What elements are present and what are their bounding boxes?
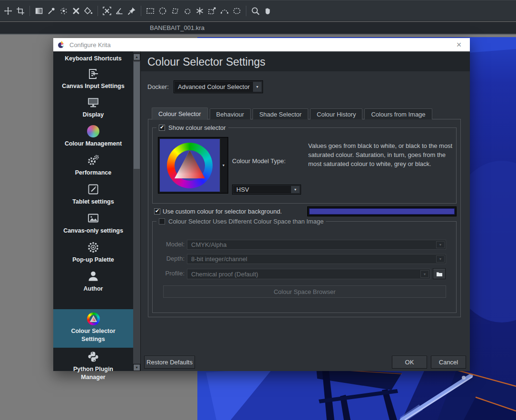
profile-browse-button[interactable] — [433, 268, 446, 279]
scrollbar-thumb[interactable] — [134, 62, 140, 169]
tablet-pen-icon — [87, 182, 100, 196]
show-colour-selector-legend: Show colour selector — [156, 124, 228, 131]
move-tool-button[interactable] — [2, 5, 14, 17]
magic-wand-icon — [195, 6, 204, 16]
sidebar-item-canvas-input-settings[interactable]: Canvas Input Settings — [53, 67, 133, 90]
colour-sampler-tool-button[interactable] — [45, 5, 58, 17]
crossed-brushes-icon — [71, 6, 81, 16]
model-select[interactable]: CMYK/Alpha ▼ — [187, 240, 446, 250]
page-header: Colour Selector Settings — [141, 52, 470, 71]
profile-select[interactable]: Chemical proof (Default) ▼ — [187, 269, 430, 279]
tab-behaviour[interactable]: Behaviour — [210, 108, 251, 119]
sidebar-item-colour-selector-settings[interactable]: Colour Selector Settings — [53, 309, 133, 348]
toolbar-separator — [97, 6, 98, 16]
sidebar-item-canvas-only-settings[interactable]: Canvas-only settings — [53, 211, 133, 235]
restore-defaults-button[interactable]: Restore Defaults — [144, 356, 195, 369]
magnetic-selection-tool-button[interactable] — [231, 5, 243, 17]
sv-triangle — [173, 149, 206, 180]
chevron-down-icon[interactable]: ▼ — [220, 138, 227, 192]
python-icon — [87, 350, 100, 364]
transform-icon — [102, 6, 112, 16]
custom-colour-label: Use custom colour for selector backgroun… — [163, 208, 282, 215]
elliptical-selection-tool-button[interactable] — [156, 5, 169, 17]
crop-tool-button[interactable] — [14, 5, 27, 17]
display-icon — [87, 95, 100, 109]
multibrush-tool-button[interactable] — [70, 5, 82, 17]
scroll-up-button[interactable]: ▲ — [133, 53, 140, 60]
similar-colour-selection-tool-button[interactable] — [206, 5, 218, 17]
custom-colour-swatch-button[interactable] — [307, 206, 457, 216]
colour-model-select[interactable]: HSV ▼ — [232, 185, 301, 195]
sidebar-item-popup-palette[interactable]: Pop-up Palette — [53, 240, 133, 264]
krita-window: BANEBAIT_001.kra — [0, 0, 516, 420]
bezier-selection-tool-button[interactable] — [218, 5, 231, 17]
tab-bar: Colour Selector Behaviour Shade Selector… — [152, 107, 434, 119]
rectangular-selection-tool-button[interactable] — [144, 5, 156, 17]
image-icon — [87, 211, 100, 225]
depth-select[interactable]: 8-bit integer/channel ▼ — [187, 254, 446, 264]
selector-shape-dropdown[interactable]: ▼ — [158, 137, 228, 194]
show-colour-selector-checkbox[interactable] — [159, 125, 165, 131]
model-label: Model: — [159, 241, 185, 248]
colour-management-icon — [87, 124, 99, 138]
canvas-input-icon — [87, 67, 100, 81]
dialog-body: Keyboard Shortcuts Canvas Input Settings… — [53, 51, 470, 371]
magnifier-icon — [251, 6, 260, 16]
chevron-down-icon: ▼ — [253, 82, 262, 92]
hand-icon — [263, 6, 273, 16]
sidebar-scrollbar[interactable]: ▲ ▼ — [133, 53, 140, 371]
freehand-selection-tool-button[interactable] — [181, 5, 194, 17]
tab-colour-history[interactable]: Colour History — [310, 108, 362, 119]
scroll-down-button[interactable]: ▼ — [133, 364, 140, 371]
custom-colour-swatch — [309, 208, 455, 215]
gradient-tool-button[interactable] — [33, 5, 45, 17]
fill-tool-button[interactable] — [82, 5, 95, 17]
dialog-titlebar[interactable]: Configure Krita × — [53, 38, 470, 51]
gears-icon — [87, 153, 100, 167]
polygonal-selection-tool-button[interactable] — [169, 5, 181, 17]
transform-tool-button[interactable] — [101, 5, 113, 17]
contiguous-selection-tool-button[interactable] — [194, 5, 206, 17]
sidebar-item-python-plugin-manager[interactable]: Python Plugin Manager — [53, 350, 133, 381]
cancel-button[interactable]: Cancel — [431, 356, 466, 369]
measure-tool-button[interactable] — [113, 5, 126, 17]
sidebar-item-tablet-settings[interactable]: Tablet settings — [53, 182, 133, 206]
tab-shade-selector[interactable]: Shade Selector — [253, 108, 308, 119]
pushpin-icon — [127, 6, 136, 16]
dialog-title: Configure Krita — [69, 41, 111, 49]
ok-button[interactable]: OK — [392, 356, 427, 369]
toolbar-separator — [141, 6, 141, 16]
chevron-down-icon: ▼ — [436, 255, 445, 263]
crop-icon — [16, 6, 25, 16]
custom-colour-checkbox[interactable] — [154, 208, 160, 215]
freehand-select-icon — [183, 6, 192, 16]
move-icon — [3, 6, 13, 16]
zoom-tool-button[interactable] — [249, 5, 262, 17]
pattern-tool-button[interactable] — [58, 5, 70, 17]
page-title: Colour Selector Settings — [147, 56, 265, 68]
sidebar-item-display[interactable]: Display — [53, 95, 133, 119]
colour-space-checkbox[interactable] — [159, 218, 165, 225]
sidebar-item-performance[interactable]: Performance — [53, 153, 133, 177]
reference-images-tool-button[interactable] — [126, 5, 138, 17]
selector-preview — [160, 139, 220, 192]
paint-bucket-icon — [84, 6, 93, 16]
sidebar-item-keyboard-shortcuts[interactable]: Keyboard Shortcuts — [53, 53, 133, 63]
colour-space-group: Colour Selector Uses Different Colour Sp… — [152, 221, 457, 313]
docker-label: Docker: — [147, 83, 169, 90]
settings-sidebar: Keyboard Shortcuts Canvas Input Settings… — [53, 51, 133, 371]
gradient-icon — [34, 6, 44, 16]
chevron-down-icon: ▼ — [420, 270, 429, 278]
spray-icon — [59, 6, 68, 16]
close-icon[interactable]: × — [452, 38, 466, 51]
pan-tool-button[interactable] — [262, 5, 274, 17]
tab-colour-selector[interactable]: Colour Selector — [152, 107, 208, 120]
sidebar-item-colour-management[interactable]: Colour Management — [53, 124, 133, 148]
arrow-down-icon: ▼ — [135, 366, 138, 369]
sidebar-item-author[interactable]: Author — [53, 269, 133, 293]
colour-space-browser-button[interactable]: Colour Space Browser — [163, 285, 446, 298]
protractor-icon — [115, 6, 124, 16]
similar-select-icon — [207, 6, 217, 16]
docker-select[interactable]: Advanced Colour Selector ▼ — [174, 80, 263, 93]
tab-colours-from-image[interactable]: Colours from Image — [364, 108, 432, 119]
